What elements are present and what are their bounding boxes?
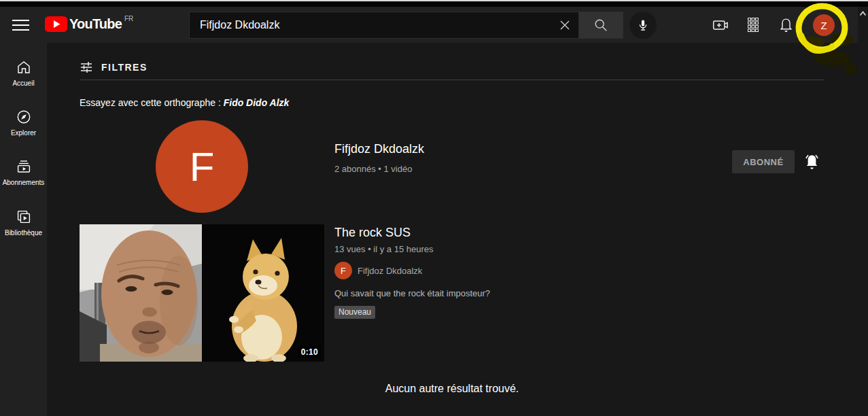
search-results-page: FILTRES Essayez avec cette orthographe :… — [47, 43, 858, 416]
create-video-icon — [712, 16, 729, 34]
spelling-prefix: Essayez avec cette orthographe : — [80, 97, 221, 108]
video-title[interactable]: The rock SUS — [334, 226, 411, 240]
youtube-logo[interactable]: YouTube FR — [45, 16, 133, 32]
sidebar-item-label: Accueil — [12, 80, 34, 87]
compass-icon — [16, 109, 32, 125]
search-box — [189, 12, 579, 39]
apps-grid-icon — [745, 17, 761, 33]
video-channel-name: Fifjdoz Dkdoalzk — [358, 266, 422, 276]
channel-name[interactable]: Fifjdoz Dkdoalzk — [334, 142, 424, 156]
video-channel-avatar-letter: F — [341, 266, 346, 276]
video-meta: 13 vues • il y a 15 heures — [334, 244, 433, 254]
subscriptions-icon — [16, 158, 32, 175]
avatar-letter: Z — [820, 20, 827, 31]
account-avatar-button[interactable]: Z — [813, 14, 835, 36]
voice-search-button[interactable] — [629, 12, 657, 39]
menu-button[interactable] — [12, 16, 31, 35]
close-icon — [559, 19, 571, 31]
channel-stats: 2 abonnés • 1 vidéo — [334, 164, 412, 174]
notifications-button[interactable] — [772, 12, 799, 39]
chevron-up-icon — [859, 10, 867, 17]
spelling-suggestion-link[interactable]: Fido Dido Alzk — [224, 97, 290, 108]
clear-search-button[interactable] — [551, 12, 578, 38]
microphone-icon — [636, 18, 650, 32]
notification-preference-button[interactable] — [801, 152, 822, 172]
filters-button[interactable]: FILTRES — [80, 59, 147, 75]
sidebar: Accueil Explorer Abonnements Bibliothèqu… — [0, 43, 47, 416]
bell-icon — [778, 17, 795, 34]
sidebar-item-label: Explorer — [11, 129, 36, 137]
filter-icon — [80, 60, 93, 74]
video-channel-byline[interactable]: F Fifjdoz Dkdoalzk — [334, 262, 422, 279]
youtube-wordmark: YouTube — [69, 16, 122, 32]
video-description: Qui savait que the rock était imposteur? — [334, 288, 490, 298]
video-channel-avatar: F — [334, 262, 352, 279]
sidebar-item-label: Abonnements — [3, 179, 45, 186]
sidebar-item-abonnements[interactable]: Abonnements — [0, 158, 47, 205]
search-button[interactable] — [579, 12, 623, 39]
topbar: YouTube FR — [0, 7, 858, 43]
new-badge: Nouveau — [334, 306, 375, 319]
search-icon — [593, 18, 608, 33]
spelling-suggestion: Essayez avec cette orthographe : Fido Di… — [80, 97, 289, 108]
filters-label: FILTRES — [101, 62, 147, 73]
channel-avatar-letter: F — [190, 143, 215, 190]
create-video-button[interactable] — [707, 12, 734, 39]
library-icon — [16, 209, 32, 225]
sidebar-item-label: Bibliothèque — [5, 229, 42, 237]
home-icon — [16, 59, 32, 75]
bell-ringing-icon — [803, 153, 821, 171]
sidebar-item-explorer[interactable]: Explorer — [0, 109, 47, 155]
search-input[interactable] — [190, 19, 551, 31]
scroll-up-button[interactable] — [858, 8, 868, 19]
no-more-results-message: Aucun autre résultat trouvé. — [80, 383, 824, 395]
sidebar-item-bibliotheque[interactable]: Bibliothèque — [0, 209, 47, 255]
filters-divider — [80, 80, 824, 80]
subscribed-button[interactable]: ABONNÉ — [732, 150, 795, 173]
window-top-strip — [0, 1, 868, 7]
channel-avatar[interactable]: F — [156, 120, 248, 213]
logo-country-code: FR — [124, 15, 133, 22]
youtube-apps-button[interactable] — [740, 12, 767, 39]
rock-and-doge-thumbnail-art — [80, 224, 324, 362]
page-scrollbar[interactable] — [858, 7, 868, 416]
video-thumbnail[interactable]: 0:10 — [80, 224, 324, 362]
menu-icon — [12, 20, 29, 21]
video-duration-badge: 0:10 — [298, 346, 321, 358]
sidebar-item-accueil[interactable]: Accueil — [0, 59, 47, 105]
youtube-play-icon — [45, 16, 67, 32]
